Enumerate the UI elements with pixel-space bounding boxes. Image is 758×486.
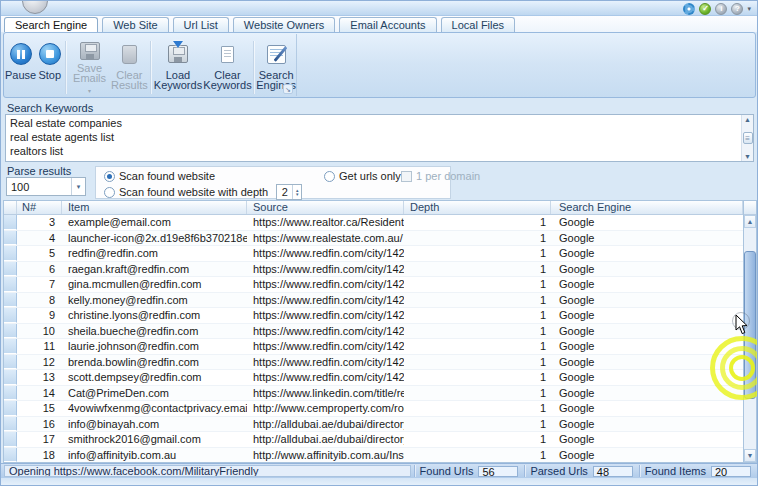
cell-depth[interactable]: 1 (404, 370, 551, 385)
one-per-domain-checkbox[interactable]: 1 per domain (401, 170, 480, 182)
table-row[interactable]: 5 redfin@redfin.com https://www.redfin.c… (4, 246, 743, 262)
parse-results-select[interactable]: 100 ▾ (6, 177, 86, 196)
table-row[interactable]: 6 raegan.kraft@redfin.com https://www.re… (4, 262, 743, 278)
cell-engine[interactable]: Google (551, 417, 743, 432)
cell-depth[interactable]: 1 (404, 231, 551, 246)
cell-item[interactable]: Cat@PrimeDen.com (62, 386, 247, 401)
cell-depth[interactable]: 1 (404, 417, 551, 432)
cell-engine[interactable]: Google (551, 448, 743, 463)
table-row[interactable]: 4 launcher-icon@2x.d19e8f6b370218e640e25… (4, 231, 743, 247)
cell-engine[interactable]: Google (551, 324, 743, 339)
dialog-launcher-icon[interactable]: ↘ (283, 84, 293, 94)
cell-depth[interactable]: 1 (404, 293, 551, 308)
cell-n[interactable]: 8 (17, 293, 62, 308)
cell-depth[interactable]: 1 (404, 355, 551, 370)
row-selector[interactable] (4, 417, 17, 432)
info-icon[interactable]: i (715, 3, 727, 15)
cell-source[interactable]: https://www.redfin.com/city/14240/AZ/... (247, 277, 404, 292)
table-row[interactable]: 10 sheila.bueche@redfin.com https://www.… (4, 324, 743, 340)
cell-item[interactable]: example@email.com (62, 215, 247, 230)
cell-item[interactable]: redfin@redfin.com (62, 246, 247, 261)
table-row[interactable]: 11 laurie.johnson@redfin.com https://www… (4, 339, 743, 355)
table-row[interactable]: 8 kelly.money@redfin.com https://www.red… (4, 293, 743, 309)
cell-n[interactable]: 12 (17, 355, 62, 370)
cell-n[interactable]: 4 (17, 231, 62, 246)
tab-url-list[interactable]: Url List (173, 17, 229, 32)
clear-keywords-button[interactable]: Clear Keywords (203, 39, 251, 96)
save-emails-button[interactable]: Save Emails ▾ (68, 39, 111, 96)
table-row[interactable]: 16 info@binayah.com http://alldubai.ae/d… (4, 417, 743, 433)
tab-local-files[interactable]: Local Files (441, 17, 516, 32)
clear-results-button[interactable]: Clear Results (111, 39, 148, 96)
cell-depth[interactable]: 1 (404, 215, 551, 230)
stop-button[interactable]: Stop (36, 39, 63, 96)
row-selector[interactable] (4, 231, 17, 246)
cell-n[interactable]: 3 (17, 215, 62, 230)
header-source[interactable]: Source (247, 201, 404, 214)
cell-source[interactable]: https://www.realtor.ca/Residential/Real.… (247, 215, 404, 230)
cell-engine[interactable]: Google (551, 355, 743, 370)
cell-source[interactable]: https://www.redfin.com/city/14240/AZ/... (247, 339, 404, 354)
scan-depth-radio[interactable]: Scan found website with depth 2 ▴▾ (104, 184, 302, 200)
cell-item[interactable]: kelly.money@redfin.com (62, 293, 247, 308)
tab-search-engine[interactable]: Search Engine (4, 17, 98, 32)
get-urls-only-radio[interactable]: Get urls only (324, 170, 401, 182)
scroll-up-icon[interactable]: ▲ (744, 215, 756, 228)
cell-item[interactable]: christine.lyons@redfin.com (62, 308, 247, 323)
cell-depth[interactable]: 1 (404, 324, 551, 339)
cell-depth[interactable]: 1 (404, 339, 551, 354)
row-selector[interactable] (4, 262, 17, 277)
load-keywords-button[interactable]: Load Keywords (153, 39, 204, 96)
cell-source[interactable]: https://www.redfin.com/city/14240/AZ/... (247, 308, 404, 323)
cell-depth[interactable]: 1 (404, 432, 551, 447)
scroll-down-icon[interactable]: ▼ (744, 449, 756, 462)
table-row[interactable]: 9 christine.lyons@redfin.com https://www… (4, 308, 743, 324)
cell-n[interactable]: 18 (17, 448, 62, 463)
cell-engine[interactable]: Google (551, 401, 743, 416)
table-row[interactable]: 14 Cat@PrimeDen.com https://www.linkedin… (4, 386, 743, 402)
cell-source[interactable]: https://www.linkedin.com/title/real-esta… (247, 386, 404, 401)
tab-website-owners[interactable]: Website Owners (233, 17, 336, 32)
cell-item[interactable]: gina.mcmullen@redfin.com (62, 277, 247, 292)
cell-item[interactable]: brenda.bowlin@redfin.com (62, 355, 247, 370)
table-row[interactable]: 7 gina.mcmullen@redfin.com https://www.r… (4, 277, 743, 293)
row-selector[interactable] (4, 448, 17, 463)
scrollbar-track[interactable] (744, 228, 756, 449)
help-icon[interactable]: ? (731, 3, 743, 15)
spinner-arrows-icon[interactable]: ▴▾ (292, 185, 301, 199)
row-selector[interactable] (4, 355, 17, 370)
cell-source[interactable]: https://www.redfin.com/city/14240/AZ/... (247, 293, 404, 308)
cell-depth[interactable]: 1 (404, 448, 551, 463)
cell-n[interactable]: 11 (17, 339, 62, 354)
cell-source[interactable]: https://www.redfin.com/city/14240/AZ/... (247, 355, 404, 370)
scan-found-website-radio[interactable]: Scan found website (104, 170, 215, 182)
quick-access-caret-icon[interactable]: ▾ (747, 5, 751, 13)
cell-source[interactable]: http://www.cemproperty.com/rochester... (247, 401, 404, 416)
cell-depth[interactable]: 1 (404, 262, 551, 277)
app-menu-orb[interactable] (22, 0, 48, 14)
cell-n[interactable]: 13 (17, 370, 62, 385)
cell-item[interactable]: info@binayah.com (62, 417, 247, 432)
tab-web-site[interactable]: Web Site (102, 17, 168, 32)
cell-depth[interactable]: 1 (404, 386, 551, 401)
cell-n[interactable]: 6 (17, 262, 62, 277)
table-row[interactable]: 17 smithrock2016@gmail.com http://alldub… (4, 432, 743, 448)
cell-item[interactable]: scott.dempsey@redfin.com (62, 370, 247, 385)
cell-engine[interactable]: Google (551, 231, 743, 246)
cell-source[interactable]: https://www.realestate.com.au/ (247, 231, 404, 246)
cell-item[interactable]: smithrock2016@gmail.com (62, 432, 247, 447)
cell-n[interactable]: 14 (17, 386, 62, 401)
row-selector[interactable] (4, 215, 17, 230)
row-selector[interactable] (4, 386, 17, 401)
keywords-scrollbar[interactable]: ▲ ≡ ▼ (741, 115, 753, 161)
row-selector[interactable] (4, 339, 17, 354)
select-caret-icon[interactable]: ▾ (71, 178, 85, 195)
cell-n[interactable]: 7 (17, 277, 62, 292)
cell-engine[interactable]: Google (551, 432, 743, 447)
scroll-thumb[interactable]: ≡ (743, 132, 753, 144)
table-row[interactable]: 18 info@affinityib.com.au http://www.aff… (4, 448, 743, 464)
cell-engine[interactable]: Google (551, 386, 743, 401)
cell-item[interactable]: info@affinityib.com.au (62, 448, 247, 463)
row-selector[interactable] (4, 324, 17, 339)
keywords-textarea[interactable]: Real estate companies real estate agents… (5, 114, 754, 162)
